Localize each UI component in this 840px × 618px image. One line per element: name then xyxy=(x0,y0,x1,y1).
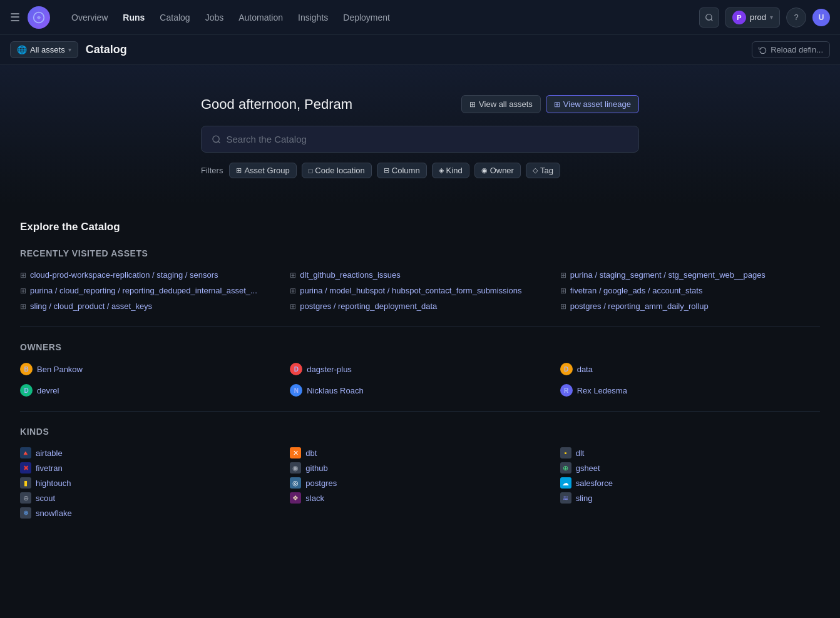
kind-label: hightouch xyxy=(36,479,71,488)
topnav-right: P prod ▾ ? U xyxy=(699,8,830,28)
owner-item[interactable]: R Rex Ledesma xyxy=(560,382,820,398)
grid-icon: ⊞ xyxy=(469,100,476,109)
kind-label: gsheet xyxy=(576,464,600,473)
kind-item[interactable]: ✕ dbt xyxy=(290,445,550,460)
kind-icon: ◎ xyxy=(290,477,301,489)
nav-catalog[interactable]: Catalog xyxy=(153,9,196,26)
kind-item[interactable]: ✖ fivetran xyxy=(20,460,280,475)
user-avatar: P xyxy=(732,11,746,24)
table-icon: ⊞ xyxy=(560,302,566,311)
search-icon xyxy=(212,134,221,144)
kind-item[interactable]: ≋ sling xyxy=(560,490,820,505)
column-icon: ⊟ xyxy=(384,166,389,175)
kind-item[interactable]: ◉ github xyxy=(290,460,550,475)
kind-icon: ⊕ xyxy=(20,492,31,504)
kind-label: fivetran xyxy=(36,464,63,473)
asset-label: purina / cloud_reporting / reporting_ded… xyxy=(30,286,257,295)
svg-line-4 xyxy=(218,141,220,143)
kind-item[interactable]: ❄ snowflake xyxy=(20,505,280,520)
hero-inner: Good afternoon, Pedram ⊞ View all assets… xyxy=(201,95,639,178)
assets-col-1: ⊞ cloud-prod-workspace-replication / sta… xyxy=(20,267,280,314)
hamburger-icon[interactable]: ☰ xyxy=(10,11,20,24)
asset-label: dlt_github_reactions_issues xyxy=(300,270,400,280)
tag-icon: ◇ xyxy=(533,166,538,175)
asset-item[interactable]: ⊞ purina / cloud_reporting / reporting_d… xyxy=(20,283,280,298)
filter-kind-label: Kind xyxy=(446,166,463,175)
filter-owner[interactable]: ◉ Owner xyxy=(474,163,521,178)
nav-overview[interactable]: Overview xyxy=(65,9,114,26)
view-asset-lineage-button[interactable]: ⊞ View asset lineage xyxy=(546,95,639,113)
owner-item[interactable]: B Ben Pankow xyxy=(20,361,280,377)
filter-code-location[interactable]: □ Code location xyxy=(302,163,372,178)
filter-column[interactable]: ⊟ Column xyxy=(377,163,427,178)
kind-item[interactable]: ⊕ scout xyxy=(20,490,280,505)
filter-tag[interactable]: ◇ Tag xyxy=(526,163,560,178)
filter-asset-group-label: Asset Group xyxy=(244,166,289,175)
owner-item[interactable]: D dagster-plus xyxy=(290,361,550,377)
nav-runs[interactable]: Runs xyxy=(116,9,151,26)
user-menu[interactable]: P prod ▾ xyxy=(725,8,780,28)
asset-item[interactable]: ⊞ fivetran / google_ads / account_stats xyxy=(560,283,820,298)
filter-code-location-label: Code location xyxy=(315,166,365,175)
owner-item[interactable]: D data xyxy=(560,361,820,377)
kinds-grid: 🔺 airtable ✖ fivetran ▮ hightouch ⊕ scou… xyxy=(20,445,820,520)
all-assets-button[interactable]: 🌐 All assets ▾ xyxy=(10,41,78,58)
logo[interactable] xyxy=(28,6,50,29)
asset-item[interactable]: ⊞ cloud-prod-workspace-replication / sta… xyxy=(20,267,280,283)
asset-label: cloud-prod-workspace-replication / stagi… xyxy=(30,270,218,280)
catalog-search-bar[interactable] xyxy=(201,126,639,153)
owner-label: devrel xyxy=(37,386,59,395)
view-lineage-label: View asset lineage xyxy=(563,99,631,109)
all-assets-label: All assets xyxy=(30,45,65,54)
owner-item[interactable]: D devrel xyxy=(20,382,280,398)
user-label: prod xyxy=(750,13,766,22)
filter-asset-group[interactable]: ⊞ Asset Group xyxy=(229,163,296,178)
kind-label: airtable xyxy=(36,448,63,458)
filter-kind[interactable]: ◈ Kind xyxy=(432,163,469,178)
owner-avatar: D xyxy=(290,363,302,375)
help-button[interactable]: ? xyxy=(786,8,806,28)
owners-title: Owners xyxy=(20,342,820,352)
nav-jobs[interactable]: Jobs xyxy=(199,9,230,26)
owner-label: Rex Ledesma xyxy=(577,386,627,395)
kind-item[interactable]: ☁ salesforce xyxy=(560,475,820,490)
kind-label: snowflake xyxy=(36,509,72,518)
nav-automation[interactable]: Automation xyxy=(232,9,289,26)
nav-links: Overview Runs Catalog Jobs Automation In… xyxy=(65,9,396,26)
kind-label: slack xyxy=(305,494,324,503)
kind-item[interactable]: ⊕ gsheet xyxy=(560,460,820,475)
table-icon: ⊞ xyxy=(290,302,296,311)
owner-avatar: R xyxy=(560,384,573,397)
asset-item[interactable]: ⊞ sling / cloud_product / asset_keys xyxy=(20,298,280,314)
kind-item[interactable]: ❖ slack xyxy=(290,490,550,505)
kind-label: postgres xyxy=(305,479,337,488)
asset-label: purina / staging_segment / stg_segment_w… xyxy=(570,270,766,280)
kind-item[interactable]: 🔺 airtable xyxy=(20,445,280,460)
filter-tag-label: Tag xyxy=(540,166,553,175)
view-all-assets-button[interactable]: ⊞ View all assets xyxy=(461,95,541,113)
owner-avatar: B xyxy=(20,363,33,375)
kind-item[interactable]: ▪ dlt xyxy=(560,445,820,460)
asset-item[interactable]: ⊞ purina / staging_segment / stg_segment… xyxy=(560,267,820,283)
search-input[interactable] xyxy=(226,134,628,144)
asset-item[interactable]: ⊞ postgres / reporting_amm_daily_rollup xyxy=(560,298,820,314)
global-search-button[interactable] xyxy=(699,8,719,28)
nav-deployment[interactable]: Deployment xyxy=(337,9,396,26)
svg-point-3 xyxy=(213,136,219,142)
assets-col-3: ⊞ purina / staging_segment / stg_segment… xyxy=(560,267,820,314)
kind-icon: ❖ xyxy=(290,492,301,504)
kind-item[interactable]: ▮ hightouch xyxy=(20,475,280,490)
reload-button[interactable]: Reload defin... xyxy=(752,41,830,58)
kind-item[interactable]: ◎ postgres xyxy=(290,475,550,490)
topnav-left: ☰ Overview Runs Catalog Jobs Automation … xyxy=(10,6,699,29)
asset-item[interactable]: ⊞ postgres / reporting_deployment_data xyxy=(290,298,550,314)
greeting-text: Good afternoon, Pedram xyxy=(201,96,352,113)
asset-item[interactable]: ⊞ purina / model_hubspot / hubspot_conta… xyxy=(290,283,550,298)
filter-owner-label: Owner xyxy=(490,166,514,175)
hero-actions: ⊞ View all assets ⊞ View asset lineage xyxy=(461,95,639,113)
account-avatar[interactable]: U xyxy=(812,9,830,26)
asset-label: postgres / reporting_deployment_data xyxy=(300,301,437,311)
owner-item[interactable]: N Nicklaus Roach xyxy=(290,382,550,398)
asset-item[interactable]: ⊞ dlt_github_reactions_issues xyxy=(290,267,550,283)
nav-insights[interactable]: Insights xyxy=(292,9,334,26)
